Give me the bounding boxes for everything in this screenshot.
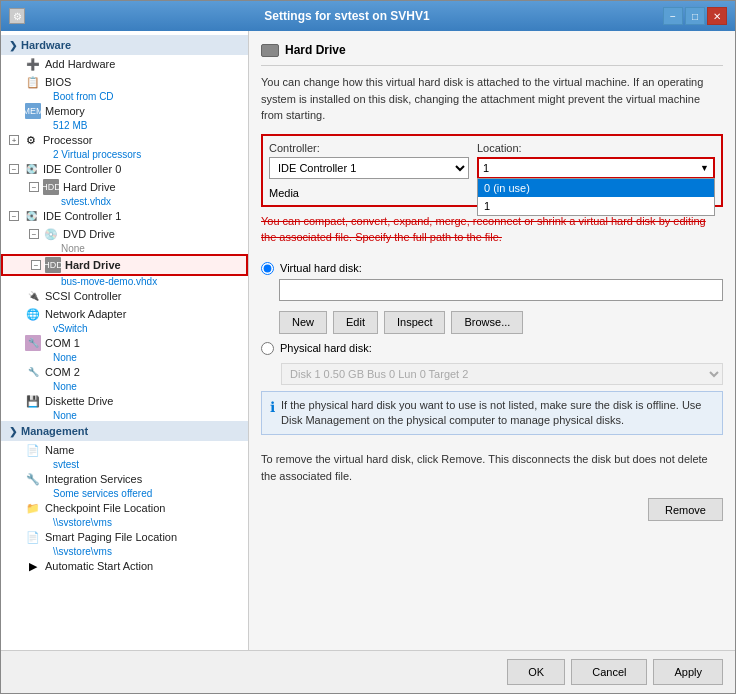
add-hardware-label: Add Hardware xyxy=(45,58,115,70)
description-text: You can change how this virtual hard dis… xyxy=(261,74,723,124)
physical-disk-radio-row: Physical hard disk: xyxy=(261,342,723,355)
new-button[interactable]: New xyxy=(279,311,327,334)
browse-button[interactable]: Browse... xyxy=(451,311,523,334)
hd1-icon: HDD xyxy=(45,257,61,273)
virtual-disk-path-input[interactable]: \\svstore\vms\Virtual Hard Disks\bus-mov… xyxy=(279,279,723,301)
hd0-icon: HDD xyxy=(43,179,59,195)
sidebar-item-memory[interactable]: MEM Memory xyxy=(1,102,248,120)
sidebar-item-hard-drive-1[interactable]: − HDD Hard Drive xyxy=(1,254,248,276)
diskette-group: 💾 Diskette Drive None xyxy=(1,392,248,421)
integration-icon: 🔧 xyxy=(25,471,41,487)
dvd-sublabel: None xyxy=(1,243,248,254)
ide-controller-1-group: − 💽 IDE Controller 1 − 💿 DVD Drive None xyxy=(1,207,248,287)
bios-icon: 📋 xyxy=(25,74,41,90)
location-dropdown-arrow: ▼ xyxy=(700,163,709,173)
close-button[interactable]: ✕ xyxy=(707,7,727,25)
apply-button[interactable]: Apply xyxy=(653,659,723,685)
info-box: ℹ If the physical hard disk you want to … xyxy=(261,391,723,436)
physical-disk-radio[interactable] xyxy=(261,342,274,355)
location-option-1[interactable]: 1 xyxy=(478,197,714,215)
hardware-chevron: ❯ xyxy=(9,40,17,51)
ok-button[interactable]: OK xyxy=(507,659,565,685)
com2-label: COM 2 xyxy=(45,366,80,378)
compact-text: You can compact, convert, expand, merge,… xyxy=(261,213,723,246)
location-select-display[interactable]: 1 ▼ xyxy=(477,157,715,179)
panel-title: Hard Drive xyxy=(285,43,346,57)
sidebar-item-ide-controller-1[interactable]: − 💽 IDE Controller 1 xyxy=(1,207,248,225)
controller-label: Controller: xyxy=(269,142,469,154)
remove-button[interactable]: Remove xyxy=(648,498,723,521)
remove-btn-row: Remove xyxy=(261,498,723,521)
hardware-section-header: ❯ Hardware xyxy=(1,35,248,55)
inspect-button[interactable]: Inspect xyxy=(384,311,445,334)
checkpoint-group: 📁 Checkpoint File Location \\svstore\vms xyxy=(1,499,248,528)
sidebar-item-add-hardware[interactable]: ➕ Add Hardware xyxy=(1,55,248,73)
sidebar-item-name[interactable]: 📄 Name xyxy=(1,441,248,459)
name-icon: 📄 xyxy=(25,442,41,458)
virtual-disk-radio[interactable] xyxy=(261,262,274,275)
management-section-header: ❯ Management xyxy=(1,421,248,441)
sidebar-item-com2[interactable]: 🔧 COM 2 xyxy=(1,363,248,381)
bios-group: 📋 BIOS Boot from CD xyxy=(1,73,248,102)
sidebar-item-processor[interactable]: + ⚙ Processor xyxy=(1,131,248,149)
dvd-icon: 💿 xyxy=(43,226,59,242)
ide0-expand[interactable]: − xyxy=(9,164,19,174)
scsi-icon: 🔌 xyxy=(25,288,41,304)
location-group: Location: 1 ▼ 0 (in use) 1 xyxy=(477,142,715,179)
ide-controller-0-group: − 💽 IDE Controller 0 − HDD Hard Drive sv… xyxy=(1,160,248,207)
sidebar-item-network-adapter[interactable]: 🌐 Network Adapter xyxy=(1,305,248,323)
dvd-expand[interactable]: − xyxy=(29,229,39,239)
name-label: Name xyxy=(45,444,74,456)
sidebar-item-ide-controller-0[interactable]: − 💽 IDE Controller 0 xyxy=(1,160,248,178)
sidebar-item-scsi-controller[interactable]: 🔌 SCSI Controller xyxy=(1,287,248,305)
ide1-expand[interactable]: − xyxy=(9,211,19,221)
remove-text: To remove the virtual hard disk, click R… xyxy=(261,451,723,484)
smart-paging-label: Smart Paging File Location xyxy=(45,531,177,543)
processor-icon: ⚙ xyxy=(23,132,39,148)
sidebar-item-hard-drive-0[interactable]: − HDD Hard Drive xyxy=(1,178,248,196)
sidebar-item-bios[interactable]: 📋 BIOS xyxy=(1,73,248,91)
location-option-0[interactable]: 0 (in use) xyxy=(478,179,714,197)
minimize-button[interactable]: − xyxy=(663,7,683,25)
smart-paging-group: 📄 Smart Paging File Location \\svstore\v… xyxy=(1,528,248,557)
management-chevron: ❯ xyxy=(9,426,17,437)
processor-expand[interactable]: + xyxy=(9,135,19,145)
network-adapter-group: 🌐 Network Adapter vSwitch xyxy=(1,305,248,334)
com2-group: 🔧 COM 2 None xyxy=(1,363,248,392)
auto-start-label: Automatic Start Action xyxy=(45,560,153,572)
sidebar-item-dvd-drive[interactable]: − 💿 DVD Drive xyxy=(1,225,248,243)
location-dropdown: 0 (in use) 1 xyxy=(477,178,715,216)
com1-group: 🔧 COM 1 None xyxy=(1,334,248,363)
sidebar-item-smart-paging[interactable]: 📄 Smart Paging File Location xyxy=(1,528,248,546)
path-row: \\svstore\vms\Virtual Hard Disks\bus-mov… xyxy=(279,279,723,301)
sidebar-item-auto-start[interactable]: ▶ Automatic Start Action xyxy=(1,557,248,575)
checkpoint-icon: 📁 xyxy=(25,500,41,516)
section-title-row: Hard Drive xyxy=(261,43,723,57)
sidebar-item-integration-services[interactable]: 🔧 Integration Services xyxy=(1,470,248,488)
name-sublabel: svtest xyxy=(1,459,248,470)
hd1-expand[interactable]: − xyxy=(31,260,41,270)
memory-sublabel: 512 MB xyxy=(1,120,248,131)
memory-group: MEM Memory 512 MB xyxy=(1,102,248,131)
edit-button[interactable]: Edit xyxy=(333,311,378,334)
hd0-expand[interactable]: − xyxy=(29,182,39,192)
sidebar-item-checkpoint[interactable]: 📁 Checkpoint File Location xyxy=(1,499,248,517)
right-panel: Hard Drive You can change how this virtu… xyxy=(249,31,735,650)
sidebar-item-diskette[interactable]: 💾 Diskette Drive xyxy=(1,392,248,410)
physical-disk-select[interactable]: Disk 1 0.50 GB Bus 0 Lun 0 Target 2 xyxy=(281,363,723,385)
sidebar-item-com1[interactable]: 🔧 COM 1 xyxy=(1,334,248,352)
hardware-section-label: Hardware xyxy=(21,39,71,51)
maximize-button[interactable]: □ xyxy=(685,7,705,25)
controller-select[interactable]: IDE Controller 1 xyxy=(269,157,469,179)
network-icon: 🌐 xyxy=(25,306,41,322)
checkpoint-sublabel: \\svstore\vms xyxy=(1,517,248,528)
dvd-drive-group: − 💿 DVD Drive None xyxy=(1,225,248,254)
location-label: Location: xyxy=(477,142,715,154)
main-window: ⚙ Settings for svtest on SVHV1 − □ ✕ ❯ H… xyxy=(0,0,736,694)
cancel-button[interactable]: Cancel xyxy=(571,659,647,685)
processor-group: + ⚙ Processor 2 Virtual processors xyxy=(1,131,248,160)
com1-label: COM 1 xyxy=(45,337,80,349)
scsi-label: SCSI Controller xyxy=(45,290,121,302)
com1-icon: 🔧 xyxy=(25,335,41,351)
bottom-bar: OK Cancel Apply xyxy=(1,650,735,693)
